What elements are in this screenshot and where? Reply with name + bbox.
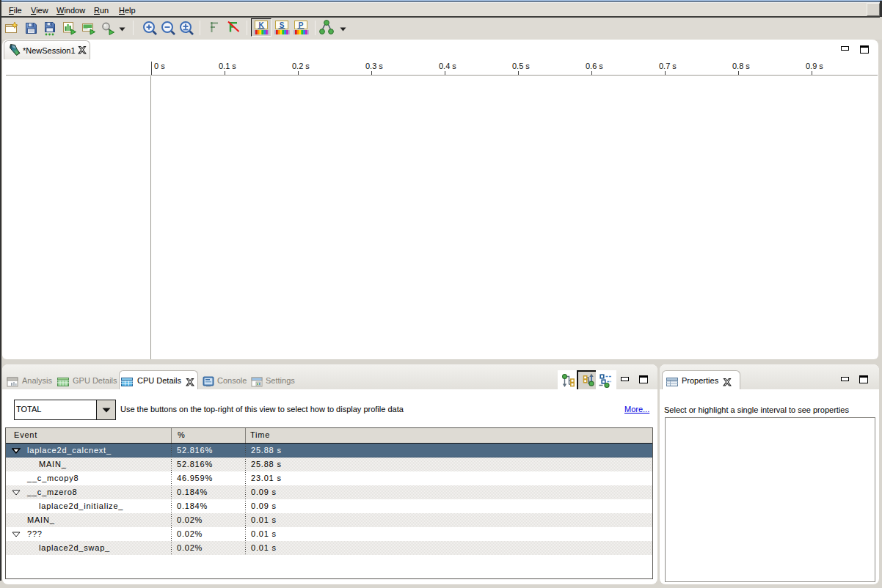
svg-text:K: K: [258, 21, 264, 29]
svg-text:S: S: [280, 21, 285, 29]
svg-text:P: P: [299, 21, 304, 29]
